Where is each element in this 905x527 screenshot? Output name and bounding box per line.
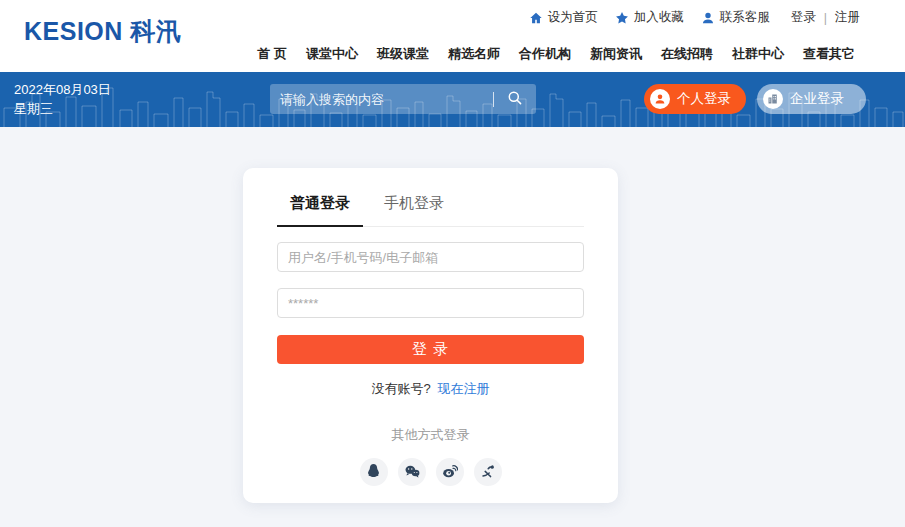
register-now-link[interactable]: 现在注册 xyxy=(437,381,489,396)
wechat-icon xyxy=(404,463,420,482)
personal-login-button[interactable]: 个人登录 xyxy=(644,84,746,114)
nav-item-partner-orgs[interactable]: 合作机构 xyxy=(519,45,571,63)
nav-item-featured-teachers[interactable]: 精选名师 xyxy=(448,45,500,63)
alipay-login-button[interactable] xyxy=(474,458,502,486)
contact-service-label: 联系客服 xyxy=(720,9,770,26)
person-circle-icon xyxy=(650,89,670,109)
star-icon xyxy=(615,11,629,25)
nav-item-class-course[interactable]: 班级课堂 xyxy=(377,45,429,63)
username-input[interactable] xyxy=(277,242,584,272)
auth-separator: | xyxy=(824,11,827,25)
enterprise-login-label: 企业登录 xyxy=(790,90,844,108)
building-circle-icon xyxy=(763,89,783,109)
nav-item-more[interactable]: 查看其它 xyxy=(803,45,855,63)
nav-item-news[interactable]: 新闻资讯 xyxy=(590,45,642,63)
main-nav: 首 页 课堂中心 班级课堂 精选名师 合作机构 新闻资讯 在线招聘 社群中心 查… xyxy=(257,45,855,63)
enterprise-login-button[interactable]: 企业登录 xyxy=(757,84,866,114)
tab-phone-login[interactable]: 手机登录 xyxy=(384,194,444,226)
tab-normal-login[interactable]: 普通登录 xyxy=(277,194,363,226)
page-body: 普通登录 手机登录 登 录 没有账号? 现在注册 其他方式登录 xyxy=(0,127,905,527)
login-tabs: 普通登录 手机登录 xyxy=(277,168,584,227)
wechat-login-button[interactable] xyxy=(398,458,426,486)
date-display: 2022年08月03日 星期三 xyxy=(14,80,111,118)
search-icon xyxy=(507,90,523,109)
set-home-label: 设为首页 xyxy=(548,9,598,26)
contact-service-link[interactable]: 联系客服 xyxy=(701,9,770,26)
add-favorite-label: 加入收藏 xyxy=(634,9,684,26)
utility-bar: 设为首页 加入收藏 联系客服 登录 | 注册 xyxy=(529,9,860,26)
nav-item-community[interactable]: 社群中心 xyxy=(732,45,784,63)
personal-login-label: 个人登录 xyxy=(677,90,731,108)
nav-item-classroom-center[interactable]: 课堂中心 xyxy=(306,45,358,63)
qq-login-button[interactable] xyxy=(360,458,388,486)
register-link[interactable]: 注册 xyxy=(835,9,860,26)
register-row: 没有账号? 现在注册 xyxy=(277,380,584,398)
user-icon xyxy=(701,11,715,25)
password-input[interactable] xyxy=(277,288,584,318)
login-link[interactable]: 登录 xyxy=(791,9,816,26)
add-favorite-link[interactable]: 加入收藏 xyxy=(615,9,684,26)
weibo-icon xyxy=(442,463,458,482)
no-account-text: 没有账号? xyxy=(372,381,431,396)
set-home-link[interactable]: 设为首页 xyxy=(529,9,598,26)
search-input[interactable] xyxy=(270,84,493,114)
search-box xyxy=(270,84,536,114)
alipay-icon xyxy=(480,463,496,482)
site-header: KESION 科汛 设为首页 加入收藏 联系客服 登录 | 注册 首 页 课堂中… xyxy=(0,0,905,72)
social-login-row xyxy=(277,458,584,486)
qq-icon xyxy=(366,463,381,481)
login-submit-button[interactable]: 登 录 xyxy=(277,335,584,364)
login-card: 普通登录 手机登录 登 录 没有账号? 现在注册 其他方式登录 xyxy=(243,168,618,503)
date-text: 2022年08月03日 xyxy=(14,80,111,99)
top-banner: 2022年08月03日 星期三 个人登录 企业登录 xyxy=(0,72,905,127)
nav-item-home[interactable]: 首 页 xyxy=(257,45,287,63)
weekday-text: 星期三 xyxy=(14,99,111,118)
site-logo[interactable]: KESION 科汛 xyxy=(24,15,181,48)
home-icon xyxy=(529,11,543,25)
weibo-login-button[interactable] xyxy=(436,458,464,486)
other-login-text: 其他方式登录 xyxy=(277,426,584,444)
auth-links: 登录 | 注册 xyxy=(791,9,860,26)
nav-item-jobs[interactable]: 在线招聘 xyxy=(661,45,713,63)
search-button[interactable] xyxy=(494,84,536,114)
